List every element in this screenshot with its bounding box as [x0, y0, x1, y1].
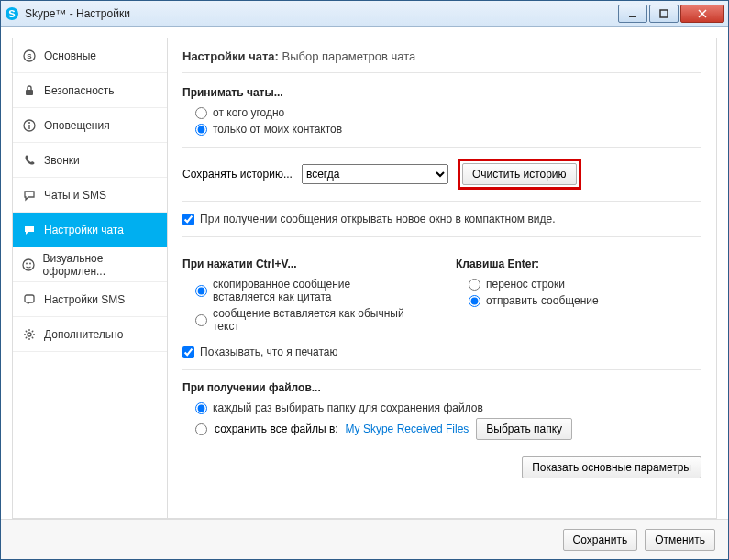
content-area: S Основные Безопасность Оповещения Звонк… — [1, 27, 728, 519]
accept-contacts-label: только от моих контактов — [213, 123, 342, 136]
enter-send-radio[interactable]: отправить сообщение — [469, 294, 701, 307]
divider — [182, 236, 701, 237]
svg-point-10 — [28, 122, 30, 124]
svg-text:S: S — [27, 52, 32, 60]
typing-checkbox-label: Показывать, что я печатаю — [200, 346, 337, 358]
sidebar-item-advanced[interactable]: Дополнительно — [13, 317, 167, 352]
compact-checkbox-row[interactable]: При получении сообщения открывать новое … — [182, 213, 701, 225]
history-row: Сохранять историю... всегда Очистить ист… — [182, 159, 701, 190]
typing-checkbox[interactable] — [182, 346, 194, 358]
svg-line-24 — [26, 336, 27, 337]
enter-newline-label: перенос строки — [486, 278, 565, 291]
main-panel: Настройки чата: Выбор параметров чата Пр… — [168, 38, 717, 519]
files-heading: При получении файлов... — [182, 381, 701, 394]
clear-history-button[interactable]: Очистить историю — [462, 163, 577, 185]
files-save-label: сохранить все файлы в: — [215, 423, 338, 435]
save-button[interactable]: Сохранить — [563, 529, 638, 551]
svg-point-16 — [28, 333, 31, 336]
show-basic-button[interactable]: Показать основные параметры — [522, 456, 701, 478]
close-button[interactable] — [680, 5, 724, 23]
files-ask-radio[interactable]: каждый раз выбирать папку для сохранения… — [195, 401, 701, 414]
ctrlv-quote-radio[interactable]: скопированное сообщение вставляется как … — [195, 278, 428, 303]
typing-checkbox-row[interactable]: Показывать, что я печатаю — [182, 346, 701, 358]
sidebar-item-security[interactable]: Безопасность — [13, 73, 167, 108]
window-controls — [616, 5, 724, 23]
svg-rect-8 — [26, 90, 33, 95]
accept-anyone-radio[interactable]: от кого угодно — [195, 106, 701, 119]
svg-line-23 — [32, 330, 33, 331]
accept-anyone-label: от кого угодно — [213, 106, 284, 119]
sidebar-item-notifications[interactable]: Оповещения — [13, 108, 167, 143]
ctrlv-plain-input[interactable] — [195, 314, 207, 326]
skype-small-icon: S — [22, 49, 37, 63]
divider — [182, 201, 701, 202]
svg-point-13 — [26, 262, 28, 264]
enter-send-input[interactable] — [469, 295, 480, 307]
enter-key-column: Клавиша Enter: перенос строки отправить … — [456, 248, 701, 336]
sidebar-item-label: Настройки SMS — [44, 293, 125, 306]
enter-heading: Клавиша Enter: — [456, 258, 701, 270]
files-ask-label: каждый раз выбирать папку для сохранения… — [213, 401, 483, 414]
ctrl-v-column: При нажатии Ctrl+V... скопированное сооб… — [182, 248, 428, 336]
svg-rect-11 — [28, 125, 29, 129]
enter-newline-input[interactable] — [469, 279, 480, 291]
sidebar-item-label: Дополнительно — [44, 328, 123, 341]
sidebar-item-label: Чаты и SMS — [44, 189, 106, 202]
sms-icon — [22, 292, 37, 307]
svg-point-12 — [23, 259, 34, 270]
compact-checkbox[interactable] — [182, 214, 194, 225]
accept-contacts-radio[interactable]: только от моих контактов — [195, 123, 701, 136]
sidebar-item-label: Безопасность — [44, 84, 115, 97]
files-ask-input[interactable] — [195, 402, 207, 414]
gear-icon — [22, 327, 37, 342]
phone-icon — [22, 153, 37, 168]
chat-bubble-icon — [22, 223, 37, 237]
sidebar-item-label: Оповещения — [44, 119, 110, 132]
cancel-button[interactable]: Отменить — [645, 529, 715, 551]
maximize-button[interactable] — [649, 5, 679, 23]
sidebar-item-visual[interactable]: Визуальное оформлен... — [13, 247, 167, 282]
sidebar-item-chats-sms[interactable]: Чаты и SMS — [13, 178, 167, 213]
divider — [182, 147, 701, 148]
titlebar: S Skype™ - Настройки — [1, 1, 728, 27]
history-label: Сохранять историю... — [182, 168, 293, 181]
info-icon — [22, 118, 37, 133]
two-column-section: При нажатии Ctrl+V... скопированное сооб… — [182, 248, 701, 336]
svg-rect-15 — [25, 295, 34, 302]
smiley-icon — [22, 258, 36, 272]
enter-send-label: отправить сообщение — [486, 294, 599, 307]
compact-checkbox-label: При получении сообщения открывать новое … — [200, 213, 555, 225]
ctrl-v-heading: При нажатии Ctrl+V... — [182, 258, 428, 270]
skype-icon: S — [5, 6, 19, 21]
sidebar-item-label: Визуальное оформлен... — [43, 252, 158, 278]
files-save-input[interactable] — [195, 423, 207, 435]
ctrlv-quote-input[interactable] — [195, 285, 207, 297]
files-folder-link[interactable]: My Skype Received Files — [346, 423, 469, 435]
svg-text:S: S — [8, 8, 15, 19]
accept-contacts-input[interactable] — [195, 124, 207, 136]
ctrlv-plain-radio[interactable]: сообщение вставляется как обычный текст — [195, 307, 428, 333]
ctrlv-quote-label: скопированное сообщение вставляется как … — [213, 278, 414, 303]
divider — [182, 369, 701, 370]
history-select[interactable]: всегда — [302, 164, 448, 184]
enter-newline-radio[interactable]: перенос строки — [469, 278, 701, 291]
svg-line-22 — [32, 336, 33, 337]
svg-rect-3 — [660, 10, 668, 17]
sidebar-item-sms-settings[interactable]: Настройки SMS — [13, 282, 167, 317]
svg-point-14 — [29, 262, 31, 264]
clear-history-highlight: Очистить историю — [458, 159, 581, 190]
lock-icon — [22, 83, 37, 98]
sidebar-item-label: Основные — [44, 49, 96, 62]
accept-anyone-input[interactable] — [195, 107, 207, 119]
svg-line-21 — [26, 330, 27, 331]
page-title-rest: Выбор параметров чата — [282, 49, 416, 63]
sidebar-item-calls[interactable]: Звонки — [13, 143, 167, 178]
sidebar-item-label: Настройки чата — [44, 224, 124, 236]
ctrlv-plain-label: сообщение вставляется как обычный текст — [213, 307, 428, 333]
files-save-row: сохранить все файлы в: My Skype Received… — [195, 418, 701, 440]
minimize-button[interactable] — [618, 5, 647, 23]
show-basic-row: Показать основные параметры — [182, 456, 701, 478]
sidebar-item-general[interactable]: S Основные — [13, 38, 167, 73]
sidebar-item-chat-settings[interactable]: Настройки чата — [13, 213, 167, 247]
choose-folder-button[interactable]: Выбрать папку — [476, 418, 572, 440]
